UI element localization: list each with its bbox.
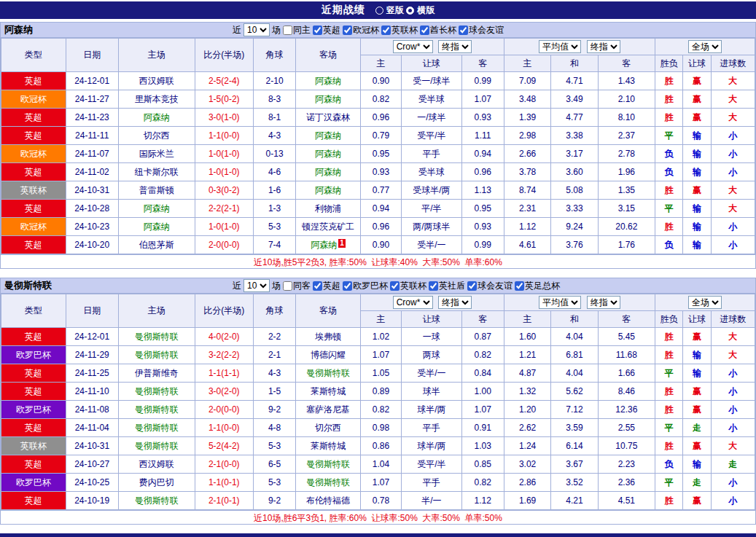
home-team[interactable]: 国际米兰 <box>118 145 195 163</box>
rounds-select[interactable]: 10 <box>243 23 270 36</box>
league-checkbox[interactable] <box>343 26 352 35</box>
league-filter[interactable]: 球会友谊 <box>467 280 513 292</box>
away-team[interactable]: 阿森纳 <box>296 163 361 181</box>
home-team[interactable]: 伊普斯维奇 <box>118 364 195 383</box>
league-filter[interactable]: 酋长杯 <box>420 24 456 36</box>
rounds-select[interactable]: 10 <box>243 279 270 292</box>
odds2-period-select[interactable]: 终指 <box>587 296 620 309</box>
league-checkbox[interactable] <box>343 281 352 291</box>
match-date[interactable]: 24-10-27 <box>66 455 118 474</box>
away-team[interactable]: 曼彻斯特联 <box>296 364 361 383</box>
match-date[interactable]: 24-10-31 <box>66 437 118 455</box>
match-date[interactable]: 24-11-02 <box>66 163 118 181</box>
away-team[interactable]: 博德闪耀 <box>296 346 361 364</box>
league-checkbox[interactable] <box>420 26 429 35</box>
away-team[interactable]: 曼彻斯特联 <box>296 455 361 474</box>
match-date[interactable]: 24-11-10 <box>66 383 118 401</box>
league-checkbox[interactable] <box>390 281 400 291</box>
match-date[interactable]: 24-10-20 <box>66 236 118 254</box>
odds2-source-select[interactable]: 平均值 <box>539 40 581 53</box>
match-date[interactable]: 24-11-08 <box>66 401 118 419</box>
result-scope-select[interactable]: 全场 <box>688 296 722 309</box>
away-team[interactable]: 阿森纳1 <box>296 236 361 254</box>
home-team[interactable]: 里斯本竞技 <box>118 90 195 109</box>
league-checkbox[interactable] <box>515 281 524 291</box>
away-team[interactable]: 莱斯特城 <box>296 437 361 455</box>
away-team[interactable]: 阿森纳 <box>296 90 361 109</box>
away-team[interactable]: 切尔西 <box>296 419 361 437</box>
match-date[interactable]: 24-11-25 <box>66 364 118 383</box>
home-team[interactable]: 曼彻斯特联 <box>118 437 195 455</box>
home-team[interactable]: 纽卡斯尔联 <box>118 163 195 181</box>
match-date[interactable]: 24-10-25 <box>66 474 118 492</box>
home-team[interactable]: 阿森纳 <box>118 109 195 127</box>
same-venue-filter[interactable]: 同主 <box>283 24 311 36</box>
home-team[interactable]: 曼彻斯特联 <box>118 328 195 346</box>
home-team[interactable]: 曼彻斯特联 <box>118 419 195 437</box>
home-team[interactable]: 切尔西 <box>118 127 195 145</box>
match-date[interactable]: 24-11-23 <box>66 109 118 127</box>
match-date[interactable]: 24-11-11 <box>66 127 118 145</box>
home-team[interactable]: 费内巴切 <box>118 474 195 492</box>
league-filter[interactable]: 欧冠杯 <box>343 24 379 36</box>
league-checkbox[interactable] <box>313 281 322 291</box>
away-team[interactable]: 阿森纳 <box>296 145 361 163</box>
league-checkbox[interactable] <box>381 26 391 35</box>
league-filter[interactable]: 球会友谊 <box>459 24 504 36</box>
home-team[interactable]: 西汉姆联 <box>118 455 195 474</box>
home-team[interactable]: 普雷斯顿 <box>118 181 195 200</box>
home-team[interactable]: 西汉姆联 <box>118 72 195 90</box>
result-scope-select[interactable]: 全场 <box>688 40 722 53</box>
home-team[interactable]: 阿森纳 <box>118 200 195 218</box>
view-option[interactable]: 横版 <box>406 4 434 17</box>
match-date[interactable]: 24-10-19 <box>66 492 118 510</box>
odds2-source-select[interactable]: 平均值 <box>539 296 581 309</box>
away-team[interactable]: 曼彻斯特联 <box>296 474 361 492</box>
league-filter[interactable]: 英联杯 <box>390 280 426 292</box>
same-venue-checkbox[interactable] <box>283 281 292 291</box>
away-team[interactable]: 阿森纳 <box>296 127 361 145</box>
home-team[interactable]: 曼彻斯特联 <box>118 346 195 364</box>
match-date[interactable]: 24-12-01 <box>66 72 118 90</box>
away-team[interactable]: 阿森纳 <box>296 181 361 200</box>
home-team[interactable]: 阿森纳 <box>118 218 195 236</box>
league-filter[interactable]: 英超 <box>313 24 340 36</box>
match-date[interactable]: 24-11-27 <box>66 90 118 109</box>
league-checkbox[interactable] <box>429 281 438 291</box>
league-filter[interactable]: 欧罗巴杯 <box>343 280 388 292</box>
odds1-source-select[interactable]: Crow* <box>393 40 433 53</box>
home-team[interactable]: 伯恩茅斯 <box>118 236 195 254</box>
same-venue-checkbox[interactable] <box>283 26 292 35</box>
home-team[interactable]: 曼彻斯特联 <box>118 401 195 419</box>
odds1-period-select[interactable]: 终指 <box>438 296 472 309</box>
league-filter[interactable]: 英社盾 <box>429 280 465 292</box>
away-team[interactable]: 莱斯特城 <box>296 383 361 401</box>
match-date[interactable]: 24-12-01 <box>66 328 118 346</box>
match-date[interactable]: 24-11-29 <box>66 346 118 364</box>
league-filter[interactable]: 英足总杯 <box>515 280 560 292</box>
match-date[interactable]: 24-10-28 <box>66 200 118 218</box>
match-date[interactable]: 24-11-07 <box>66 145 118 163</box>
league-checkbox[interactable] <box>467 281 477 291</box>
away-team[interactable]: 利物浦 <box>296 200 361 218</box>
away-team[interactable]: 埃弗顿 <box>296 328 361 346</box>
league-filter[interactable]: 英超 <box>313 280 340 292</box>
away-team[interactable]: 布伦特福德 <box>296 492 361 510</box>
away-team[interactable]: 阿森纳 <box>296 72 361 90</box>
same-venue-filter[interactable]: 同客 <box>283 280 311 292</box>
away-team[interactable]: 塞萨洛尼基 <box>296 401 361 419</box>
match-date[interactable]: 24-11-04 <box>66 419 118 437</box>
odds1-source-select[interactable]: Crow* <box>393 296 433 309</box>
view-option[interactable]: 竖版 <box>375 4 404 17</box>
league-filter[interactable]: 英联杯 <box>381 24 418 36</box>
home-team[interactable]: 曼彻斯特联 <box>118 492 195 510</box>
away-team[interactable]: 顿涅茨克矿工 <box>296 218 361 236</box>
home-team[interactable]: 曼彻斯特联 <box>118 383 195 401</box>
league-checkbox[interactable] <box>313 26 322 35</box>
odds1-period-select[interactable]: 终指 <box>438 40 472 53</box>
away-team[interactable]: 诺丁汉森林 <box>296 109 361 127</box>
match-date[interactable]: 24-10-31 <box>66 181 118 200</box>
odds2-period-select[interactable]: 终指 <box>587 40 620 53</box>
league-checkbox[interactable] <box>459 26 468 35</box>
match-date[interactable]: 24-10-23 <box>66 218 118 236</box>
